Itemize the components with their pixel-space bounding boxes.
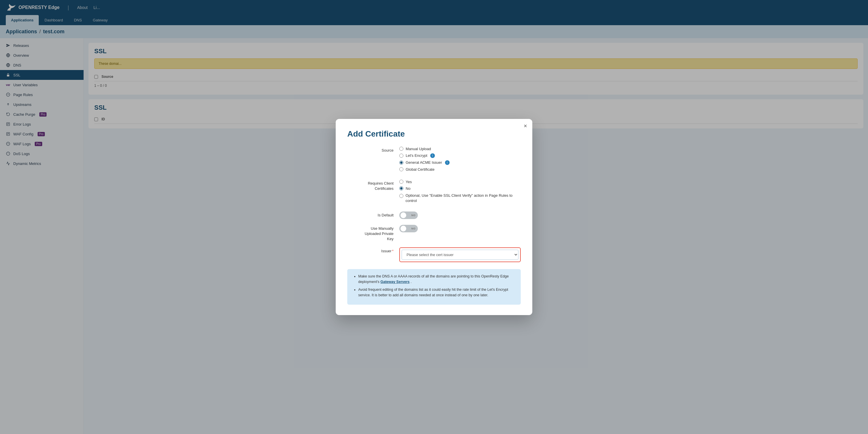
requires-client-cert-row: Requires Client Certificates Yes No Opti… bbox=[347, 180, 521, 206]
letsencrypt-info-icon[interactable]: i bbox=[430, 153, 435, 158]
use-manually-label: Use Manually Uploaded Private Key bbox=[347, 225, 399, 242]
info-item-2: Avoid frequent editing of the domains li… bbox=[358, 287, 515, 298]
rcc-optional-label: Optional, Use "Enable SSL Client Verify"… bbox=[406, 193, 521, 203]
rcc-optional-radio[interactable] bbox=[399, 194, 403, 198]
rcc-yes-option[interactable]: Yes bbox=[399, 180, 521, 184]
modal-title: Add Certificate bbox=[347, 129, 521, 139]
modal-close-button[interactable]: × bbox=[524, 123, 527, 129]
source-manual-radio[interactable] bbox=[399, 147, 403, 151]
rcc-no-radio[interactable] bbox=[399, 186, 403, 191]
is-default-slider: NO bbox=[399, 211, 418, 219]
use-manually-slider: NO bbox=[399, 225, 418, 232]
rcc-yes-radio[interactable] bbox=[399, 180, 403, 184]
is-default-label: Is Default bbox=[347, 211, 399, 218]
source-label: Source bbox=[347, 147, 399, 153]
source-letsencrypt-option[interactable]: Let's Encrypt i bbox=[399, 153, 521, 158]
issuer-field: Please select the cert issuer bbox=[399, 248, 521, 263]
use-manually-toggle[interactable]: NO bbox=[399, 225, 418, 232]
gateway-servers-link[interactable]: Gateway Servers bbox=[380, 280, 410, 284]
info-list: Make sure the DNS A or AAAA records of a… bbox=[353, 274, 515, 298]
source-acme-option[interactable]: General ACME Issuer i bbox=[399, 160, 521, 165]
is-default-field: NO bbox=[399, 211, 521, 219]
requires-client-cert-field: Yes No Optional, Use "Enable SSL Client … bbox=[399, 180, 521, 206]
requires-client-cert-label: Requires Client Certificates bbox=[347, 180, 399, 191]
source-row: Source Manual Upload Let's Encrypt i Gen… bbox=[347, 147, 521, 174]
modal-overlay: × Add Certificate Source Manual Upload L… bbox=[0, 0, 868, 434]
add-certificate-modal: × Add Certificate Source Manual Upload L… bbox=[336, 119, 532, 315]
rcc-optional-option[interactable]: Optional, Use "Enable SSL Client Verify"… bbox=[399, 193, 521, 203]
rcc-no-option[interactable]: No bbox=[399, 186, 521, 191]
source-global-radio[interactable] bbox=[399, 167, 403, 171]
use-manually-no-label: NO bbox=[411, 227, 416, 230]
use-manually-field: NO bbox=[399, 225, 521, 232]
source-global-label: Global Certificate bbox=[406, 167, 435, 172]
is-default-no-label: NO bbox=[411, 214, 416, 217]
acme-info-icon[interactable]: i bbox=[445, 160, 450, 165]
source-acme-radio[interactable] bbox=[399, 161, 403, 165]
source-letsencrypt-radio[interactable] bbox=[399, 154, 403, 158]
source-global-option[interactable]: Global Certificate bbox=[399, 167, 521, 172]
rcc-yes-label: Yes bbox=[406, 180, 412, 184]
issuer-wrapper: Please select the cert issuer bbox=[399, 248, 521, 262]
source-letsencrypt-label: Let's Encrypt bbox=[406, 153, 427, 158]
source-manual-option[interactable]: Manual Upload bbox=[399, 147, 521, 151]
is-default-toggle[interactable]: NO bbox=[399, 211, 418, 219]
issuer-row: Issuer* Please select the cert issuer bbox=[347, 248, 521, 263]
info-item-1: Make sure the DNS A or AAAA records of a… bbox=[358, 274, 515, 285]
source-field: Manual Upload Let's Encrypt i General AC… bbox=[399, 147, 521, 174]
source-acme-label: General ACME Issuer bbox=[406, 160, 442, 165]
info-box: Make sure the DNS A or AAAA records of a… bbox=[347, 269, 521, 305]
required-star: * bbox=[392, 249, 394, 253]
is-default-row: Is Default NO bbox=[347, 211, 521, 219]
issuer-select[interactable]: Please select the cert issuer bbox=[402, 250, 519, 260]
issuer-label: Issuer* bbox=[347, 248, 399, 254]
rcc-no-label: No bbox=[406, 186, 410, 191]
use-manually-row: Use Manually Uploaded Private Key NO bbox=[347, 225, 521, 242]
source-manual-label: Manual Upload bbox=[406, 147, 431, 151]
